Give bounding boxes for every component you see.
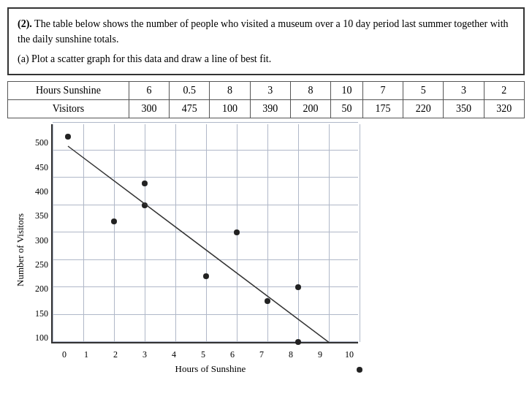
grid-line-horizontal [53, 232, 358, 232]
visitors-value: 100 [210, 100, 250, 118]
grid-line-horizontal [53, 259, 358, 260]
data-point [142, 202, 148, 208]
y-tick-label: 250 [35, 246, 48, 270]
part-a-text: (a) Plot a scatter graph for this data a… [18, 51, 514, 66]
grid-line-horizontal [53, 314, 358, 315]
hours-sunshine-value: 3 [444, 82, 484, 100]
data-point [203, 273, 209, 279]
y-tick-labels: 100150200250300350400450500 [35, 124, 48, 343]
y-tick-label: 350 [35, 197, 48, 221]
grid-line-horizontal [53, 286, 358, 287]
grid-line-vertical [360, 124, 360, 342]
grid-line-horizontal [53, 341, 358, 342]
grid-line-vertical [53, 124, 53, 342]
grid-line-vertical [329, 124, 330, 342]
x-tick-label: 9 [305, 349, 335, 360]
hours-sunshine-value: 2 [484, 82, 524, 100]
visitors-label: Visitors [8, 100, 129, 118]
problem-box: (2). The table below shows the number of… [7, 7, 525, 75]
grid-line-vertical [175, 124, 176, 342]
problem-text-body: The table below shows the number of peop… [18, 18, 509, 45]
x-tick-label: 3 [130, 349, 159, 360]
grid-line-horizontal [53, 177, 358, 178]
x-tick-label: 1 [72, 349, 101, 360]
problem-description: (2). The table below shows the number of… [18, 16, 514, 47]
visitors-value: 475 [170, 100, 210, 118]
data-point [265, 298, 270, 304]
data-point [142, 180, 148, 186]
chart-plot [51, 124, 358, 343]
hours-sunshine-value: 7 [362, 82, 403, 100]
grid-line-vertical [206, 124, 207, 342]
hours-sunshine-value: 8 [210, 82, 250, 100]
y-tick-label: 200 [35, 270, 48, 294]
grid-line-vertical [298, 124, 299, 342]
visitors-value: 300 [129, 100, 169, 118]
x-axis-labels: 012345678910 [57, 349, 364, 360]
hours-sunshine-value: 10 [331, 82, 363, 100]
y-tick-label: 150 [35, 294, 48, 319]
grid-line-vertical [114, 124, 115, 342]
x-tick-label: 8 [276, 349, 305, 360]
data-table: Hours Sunshine60.5838107532Visitors30047… [7, 81, 525, 118]
x-axis-title: Hours of Sunshine [175, 363, 246, 375]
x-tick-label: 7 [247, 349, 276, 360]
problem-number: (2). [18, 18, 32, 29]
x-tick-label: 0 [57, 349, 72, 360]
hours-sunshine-label: Hours Sunshine [8, 82, 129, 100]
grid-line-horizontal [53, 122, 358, 123]
y-axis-label: Number of Visitors [15, 148, 26, 352]
data-point [234, 229, 240, 235]
hours-sunshine-value: 3 [250, 82, 290, 100]
y-tick-label: 100 [35, 319, 48, 343]
data-point [357, 367, 362, 373]
data-point [295, 339, 301, 345]
x-tick-label: 2 [101, 349, 130, 360]
visitors-value: 200 [290, 100, 330, 118]
graph-area: 100150200250300350400450500 012345678910… [29, 124, 364, 375]
y-tick-label: 450 [35, 148, 48, 172]
y-tick-label: 400 [35, 173, 48, 197]
grid-line-vertical [267, 124, 268, 342]
visitors-value: 320 [484, 100, 524, 118]
visitors-value: 220 [403, 100, 444, 118]
chart-with-yaxis: 100150200250300350400450500 [35, 124, 358, 343]
y-tick-label: 300 [35, 221, 48, 246]
y-tick-label: 500 [35, 124, 48, 148]
x-tick-label: 4 [159, 349, 189, 360]
hours-sunshine-value: 0.5 [170, 82, 210, 100]
visitors-value: 50 [331, 100, 363, 118]
data-point [111, 218, 117, 224]
visitors-value: 175 [362, 100, 403, 118]
data-point [295, 284, 301, 290]
grid-line-vertical [83, 124, 84, 342]
x-tick-label: 10 [335, 349, 364, 360]
grid-line-horizontal [53, 150, 358, 151]
x-tick-label: 6 [218, 349, 247, 360]
x-tick-label: 5 [189, 349, 218, 360]
hours-sunshine-value: 5 [403, 82, 444, 100]
visitors-value: 390 [250, 100, 290, 118]
graph-container: Number of Visitors 100150200250300350400… [15, 124, 525, 375]
grid-line-vertical [145, 124, 145, 342]
hours-sunshine-value: 6 [129, 82, 169, 100]
visitors-value: 350 [444, 100, 484, 118]
data-point [65, 134, 71, 140]
hours-sunshine-value: 8 [290, 82, 330, 100]
grid-line-horizontal [53, 205, 358, 205]
